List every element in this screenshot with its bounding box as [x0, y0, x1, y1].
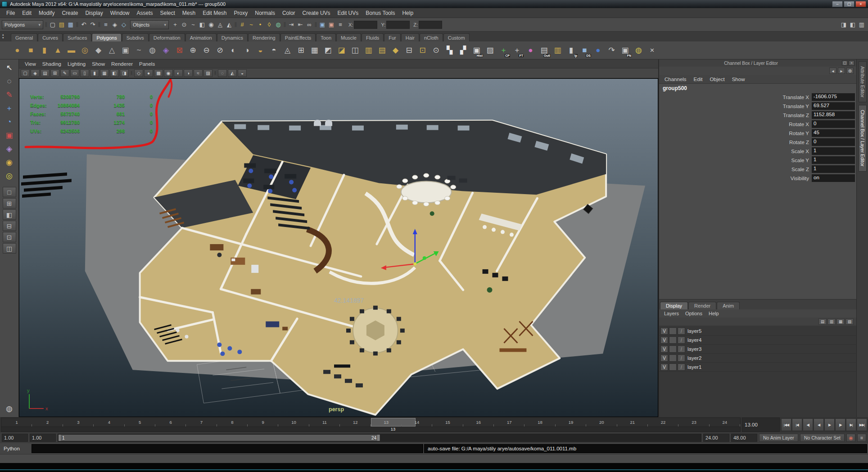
universal-manipulator-icon[interactable]: ◈ — [2, 142, 17, 155]
layer-color-swatch[interactable]: / — [678, 327, 685, 335]
layer-sort-icon[interactable]: ▧ — [845, 318, 854, 325]
z-coord-input[interactable] — [419, 21, 442, 29]
current-time-field[interactable] — [742, 418, 780, 432]
channel-row[interactable]: Translate Y 69.527 — [659, 102, 855, 110]
timeline-frame[interactable]: 13 — [371, 418, 402, 427]
channel-row[interactable]: Rotate X 0 — [659, 120, 855, 128]
layer-row[interactable]: V / layer1 — [659, 363, 856, 372]
go-to-start-button[interactable]: |◀◀ — [781, 418, 791, 431]
timeline-frame[interactable]: 1 — [1, 418, 32, 427]
viewport-canvas[interactable]: 42.141897 persp x y Verts: 5208790 — [19, 78, 658, 417]
timeline-frame[interactable]: 18 — [524, 418, 555, 427]
layer-type-box[interactable] — [669, 336, 677, 344]
select-object-mode-icon[interactable]: ◈ — [110, 20, 119, 30]
layer-row[interactable]: V / layer4 — [659, 336, 856, 345]
smooth-shade-icon[interactable]: ● — [144, 69, 153, 77]
command-language-toggle[interactable]: Python — [1, 446, 31, 451]
ipr-render-icon[interactable]: ▣ — [327, 20, 336, 30]
selected-object-name[interactable]: group500 — [659, 84, 856, 93]
channel-row[interactable]: Visibility on — [659, 174, 855, 182]
channel-row[interactable]: Rotate Y 45 — [659, 129, 855, 137]
menu-item[interactable]: Create UVs — [299, 10, 334, 16]
layer-editor-tab[interactable]: Render — [688, 302, 716, 309]
menu-item[interactable]: Window — [107, 10, 133, 16]
play-forwards-button[interactable]: ▶ — [824, 418, 835, 431]
manip-fast-icon[interactable]: ▸ — [838, 68, 845, 74]
snap-to-grids-icon[interactable]: # — [238, 20, 247, 30]
layout-two-pane-stacked-icon[interactable]: ⊟ — [3, 221, 16, 231]
layer-visibility-toggle[interactable]: V — [660, 345, 668, 353]
layer-row[interactable]: V / layer2 — [659, 354, 856, 363]
plugin-shapes-icon[interactable]: ◒ — [238, 69, 247, 77]
separator[interactable]: ‖ — [130, 69, 133, 77]
layer-color-swatch[interactable]: / — [678, 354, 685, 362]
append-polygon-icon[interactable]: ◩ — [321, 43, 335, 58]
shelf-tab[interactable]: PaintEffects — [280, 33, 316, 41]
smooth-icon[interactable]: ◒ — [254, 43, 267, 58]
two-d-pan-zoom-icon[interactable]: ⊞ — [50, 69, 59, 77]
shelf-tab[interactable]: Subdivs — [122, 33, 149, 41]
channel-value-field[interactable]: 0 — [812, 138, 855, 146]
channel-row[interactable]: Translate X -1606.075 — [659, 93, 855, 101]
menu-item[interactable]: Bonus Tools — [362, 10, 398, 16]
create-override-layer-icon[interactable]: ▦ — [836, 318, 845, 325]
quadrangulate-icon[interactable]: ⊞ — [294, 43, 307, 58]
ramp-icon[interactable]: ▥ — [551, 43, 564, 58]
select-tool-icon[interactable]: ↖ — [2, 61, 17, 74]
safe-title-icon[interactable]: ◨ — [120, 69, 129, 77]
multisample-icon[interactable]: ▨ — [203, 69, 212, 77]
snap-to-points-icon[interactable]: • — [256, 20, 265, 30]
command-input[interactable] — [32, 444, 423, 453]
x-coord-input[interactable] — [354, 21, 377, 29]
layer-editor-menu-item[interactable]: Layers — [661, 311, 682, 316]
select-hierarchy-icon[interactable]: ≡ — [101, 20, 110, 30]
reduce-icon[interactable]: ◓ — [267, 43, 280, 58]
step-forward-frame-button[interactable]: ▶| — [846, 418, 856, 431]
snap-to-view-planes-icon[interactable]: ◊ — [265, 20, 274, 30]
menu-item[interactable]: Assets — [133, 10, 156, 16]
extract-icon[interactable]: ⊘ — [213, 43, 226, 58]
mask-deformations-icon[interactable]: ◉ — [207, 20, 216, 30]
minimize-button[interactable]: – — [832, 1, 843, 7]
animation-preferences-icon[interactable]: ≡ — [857, 434, 866, 442]
layer-type-box[interactable] — [669, 327, 677, 335]
timeline-frame[interactable]: 19 — [556, 418, 586, 427]
mask-dynamics-icon[interactable]: ◬ — [216, 20, 225, 30]
separator[interactable]: ‖ — [213, 69, 217, 77]
channel-value-field[interactable]: 1 — [812, 165, 855, 173]
layer-editor-menu-item[interactable]: Options — [682, 311, 705, 316]
layer-editor-menu-item[interactable]: Help — [705, 311, 722, 316]
layer-visibility-toggle[interactable]: V — [660, 363, 668, 371]
menu-set-selector[interactable]: Polygons ▾ — [2, 20, 43, 29]
channel-row[interactable]: Translate Z 1152.858 — [659, 111, 855, 119]
timeline-frame[interactable]: 12 — [340, 418, 371, 427]
lasso-tool-icon[interactable]: ◌ — [2, 75, 17, 88]
gate-mask-icon[interactable]: ▮ — [90, 69, 99, 77]
ft-badge-icon[interactable]: + FT — [511, 43, 524, 58]
maximize-button[interactable]: ▢ — [844, 1, 854, 7]
extrude-icon[interactable]: ⊡ — [416, 43, 429, 58]
merge-vertices-icon[interactable]: ⊙ — [429, 43, 443, 58]
layout-persp-outliner-icon[interactable]: ◧ — [3, 209, 16, 220]
shelf-tab[interactable]: nCloth — [420, 33, 443, 41]
snap-to-curves-icon[interactable]: ~ — [247, 20, 256, 30]
rotate-tool-icon[interactable]: ◔ — [2, 115, 17, 128]
layer-type-box[interactable] — [669, 363, 677, 371]
shelf-tab[interactable]: Curves — [38, 33, 63, 41]
resolution-gate-icon[interactable]: ▯ — [80, 69, 89, 77]
separator[interactable]: ‖ — [75, 20, 79, 30]
motion-blur-icon[interactable]: ≈ — [194, 69, 203, 77]
undo-icon[interactable]: ↶ — [79, 20, 88, 30]
ds-badge-icon[interactable]: ■ DS — [578, 43, 591, 58]
close-button[interactable]: × — [855, 1, 866, 7]
channel-value-field[interactable]: 0 — [812, 120, 855, 128]
poly-plane-icon[interactable]: ▬ — [65, 43, 78, 58]
timeline-frame[interactable]: 21 — [617, 418, 648, 427]
time-slider[interactable]: 123456789101112131415161718192021222324 … — [1, 418, 741, 432]
move-tool-icon[interactable]: + — [2, 102, 17, 115]
rainbow-sphere-icon[interactable]: ● — [524, 43, 537, 58]
toggle-tool-settings-icon[interactable]: ◧ — [848, 20, 857, 30]
channel-value-field[interactable]: 69.527 — [812, 102, 855, 110]
layer-visibility-toggle[interactable]: V — [660, 327, 668, 335]
shelf-tab[interactable]: Polygons — [92, 33, 121, 41]
